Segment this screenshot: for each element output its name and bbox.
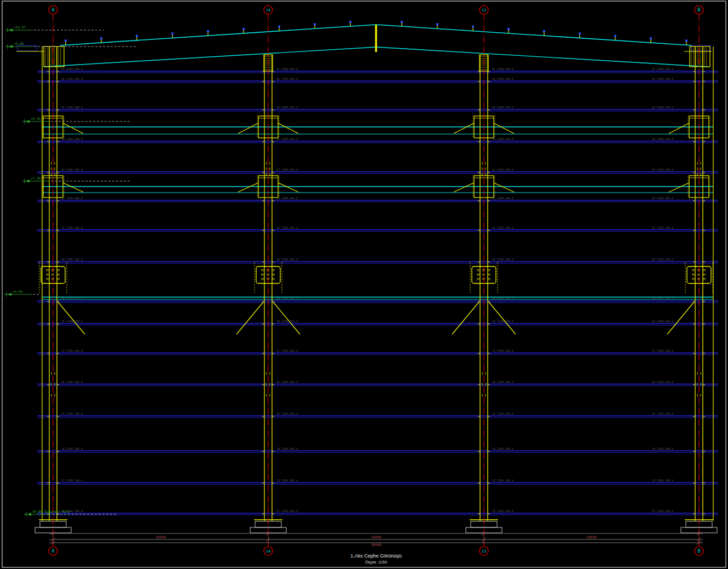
svg-text:±0.00 Subasman Kotu: ±0.00 Subasman Kotu <box>32 509 70 513</box>
svg-text:38 C200.100.4: 38 C200.100.4 <box>61 320 83 323</box>
svg-text:44 C200.100.4: 44 C200.100.4 <box>492 137 513 141</box>
elevation-markers: +10.57+9.90+8.45+7.30+4.50±0.00 Subasman… <box>4 25 137 516</box>
svg-text:43 C200.100.4: 43 C200.100.4 <box>61 168 83 171</box>
cad-page: AA14141313BB47 C200.100.447 C200.100.447… <box>0 0 728 569</box>
svg-text:B: B <box>698 8 701 13</box>
svg-text:14: 14 <box>266 8 270 13</box>
svg-text:43 C200.100.4: 43 C200.100.4 <box>276 168 298 171</box>
svg-text:35 C200.100.4: 35 C200.100.4 <box>276 412 298 415</box>
title-scale: Ölçek :1/50 <box>267 559 486 565</box>
svg-text:36 C200.100.4: 36 C200.100.4 <box>492 380 513 384</box>
svg-text:40 C200.100.4: 40 C200.100.4 <box>492 258 513 261</box>
svg-text:42 C200.100.4: 42 C200.100.4 <box>61 196 83 200</box>
svg-text:32 C200.100.4: 32 C200.100.4 <box>276 509 298 513</box>
drawing-title: 1.Aks Cephe Görünüşü Ölçek :1/50 <box>267 553 486 565</box>
svg-text:46 C200.100.4: 46 C200.100.4 <box>276 77 298 80</box>
svg-text:44 C200.100.4: 44 C200.100.4 <box>276 137 298 141</box>
svg-text:10000: 10000 <box>586 535 597 539</box>
svg-text:37 C200.100.4: 37 C200.100.4 <box>61 349 83 352</box>
svg-text:+9.90: +9.90 <box>14 42 24 45</box>
columns <box>44 47 710 521</box>
svg-text:47 C200.100.4: 47 C200.100.4 <box>652 67 673 71</box>
svg-text:44 C200.100.4: 44 C200.100.4 <box>652 137 673 141</box>
drawing-canvas[interactable]: AA14141313BB47 C200.100.447 C200.100.447… <box>0 0 728 569</box>
svg-text:33 C200.100.4: 33 C200.100.4 <box>492 479 513 482</box>
svg-text:45 C200.100.4: 45 C200.100.4 <box>652 106 673 109</box>
knee-braces <box>42 116 710 198</box>
crane-beams <box>42 127 713 299</box>
svg-text:37 C200.100.4: 37 C200.100.4 <box>492 349 513 352</box>
svg-text:34 C200.100.4: 34 C200.100.4 <box>652 447 673 450</box>
eave-gutter <box>16 45 712 51</box>
svg-text:34 C200.100.4: 34 C200.100.4 <box>61 447 83 450</box>
svg-text:40 C200.100.4: 40 C200.100.4 <box>276 258 298 261</box>
svg-text:41 C200.100.4: 41 C200.100.4 <box>492 226 513 229</box>
svg-text:30000: 30000 <box>371 543 382 547</box>
svg-text:38 C200.100.4: 38 C200.100.4 <box>652 320 673 323</box>
svg-text:41 C200.100.4: 41 C200.100.4 <box>276 226 298 229</box>
svg-text:39 C200.100.4: 39 C200.100.4 <box>61 297 83 300</box>
svg-text:36 C200.100.4: 36 C200.100.4 <box>652 380 673 384</box>
title-line1: 1.Aks Cephe Görünüşü <box>267 553 486 559</box>
svg-text:42 C200.100.4: 42 C200.100.4 <box>652 196 673 200</box>
svg-text:10000: 10000 <box>371 535 382 539</box>
svg-text:+4.50: +4.50 <box>13 289 22 293</box>
svg-text:45 C200.100.4: 45 C200.100.4 <box>492 106 513 109</box>
svg-text:33 C200.100.4: 33 C200.100.4 <box>61 479 83 482</box>
svg-text:+8.45: +8.45 <box>31 117 41 120</box>
dimension-lines: 10000100001000030000 <box>49 531 703 547</box>
splice-plates <box>39 262 713 293</box>
svg-text:47 C200.100.4: 47 C200.100.4 <box>276 67 298 71</box>
svg-text:37 C200.100.4: 37 C200.100.4 <box>276 349 298 352</box>
svg-text:35 C200.100.4: 35 C200.100.4 <box>61 412 83 415</box>
svg-text:41 C200.100.4: 41 C200.100.4 <box>652 226 673 229</box>
v-braces <box>58 302 694 334</box>
svg-text:47 C200.100.4: 47 C200.100.4 <box>492 67 513 71</box>
svg-text:45 C200.100.4: 45 C200.100.4 <box>61 106 83 109</box>
wall-edges <box>42 47 713 521</box>
svg-text:39 C200.100.4: 39 C200.100.4 <box>652 297 673 300</box>
svg-text:46 C200.100.4: 46 C200.100.4 <box>61 77 83 80</box>
svg-text:A: A <box>52 8 55 13</box>
svg-text:32 C200.100.4: 32 C200.100.4 <box>652 509 673 513</box>
svg-text:13: 13 <box>482 8 486 13</box>
svg-text:35 C200.100.4: 35 C200.100.4 <box>652 412 673 415</box>
svg-text:+10.57: +10.57 <box>14 25 26 29</box>
svg-text:42 C200.100.4: 42 C200.100.4 <box>276 196 298 200</box>
svg-text:B: B <box>698 549 701 554</box>
svg-text:36 C200.100.4: 36 C200.100.4 <box>276 380 298 384</box>
svg-text:32 C200.100.4: 32 C200.100.4 <box>492 509 513 513</box>
svg-text:A: A <box>52 549 55 554</box>
svg-text:47 C200.100.4: 47 C200.100.4 <box>61 67 83 71</box>
svg-text:34 C200.100.4: 34 C200.100.4 <box>276 447 298 450</box>
svg-text:46 C200.100.4: 46 C200.100.4 <box>492 77 513 80</box>
svg-text:41 C200.100.4: 41 C200.100.4 <box>61 226 83 229</box>
svg-text:44 C200.100.4: 44 C200.100.4 <box>61 137 83 141</box>
svg-text:40 C200.100.4: 40 C200.100.4 <box>61 258 83 261</box>
svg-text:36 C200.100.4: 36 C200.100.4 <box>61 380 83 384</box>
girt-lines <box>37 71 718 515</box>
svg-text:43 C200.100.4: 43 C200.100.4 <box>652 168 673 171</box>
svg-text:10000: 10000 <box>155 535 166 539</box>
svg-text:42 C200.100.4: 42 C200.100.4 <box>492 196 513 200</box>
svg-text:38 C200.100.4: 38 C200.100.4 <box>276 320 298 323</box>
svg-text:46 C200.100.4: 46 C200.100.4 <box>652 77 673 80</box>
svg-text:+7.30: +7.30 <box>31 176 41 180</box>
svg-text:39 C200.100.4: 39 C200.100.4 <box>276 297 298 300</box>
axis-grid: AA14141313BB <box>49 5 703 555</box>
base-plates <box>35 520 717 533</box>
svg-text:40 C200.100.4: 40 C200.100.4 <box>652 258 673 261</box>
svg-text:33 C200.100.4: 33 C200.100.4 <box>652 479 673 482</box>
svg-text:33 C200.100.4: 33 C200.100.4 <box>276 479 298 482</box>
svg-text:45 C200.100.4: 45 C200.100.4 <box>276 106 298 109</box>
svg-text:35 C200.100.4: 35 C200.100.4 <box>492 412 513 415</box>
svg-text:43 C200.100.4: 43 C200.100.4 <box>492 168 513 171</box>
svg-text:39 C200.100.4: 39 C200.100.4 <box>492 297 513 300</box>
svg-text:34 C200.100.4: 34 C200.100.4 <box>492 447 513 450</box>
roof-structure <box>44 25 708 67</box>
svg-text:37 C200.100.4: 37 C200.100.4 <box>652 349 673 352</box>
svg-text:38 C200.100.4: 38 C200.100.4 <box>492 320 513 323</box>
